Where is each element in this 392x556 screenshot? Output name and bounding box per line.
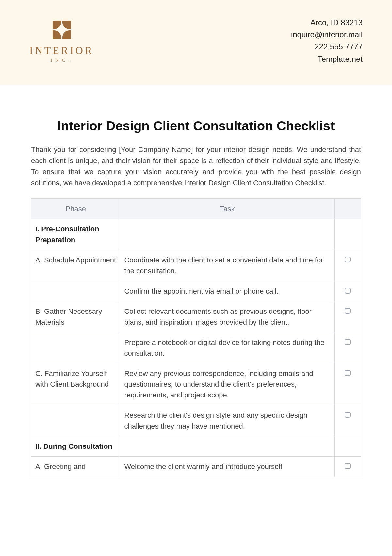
letterhead-header: INTERIOR INC. Arco, ID 83213 inquire@int… (0, 0, 392, 85)
table-row: I. Pre-Consultation Preparation (31, 219, 361, 250)
task-cell: Research the client's design style and a… (120, 405, 335, 436)
check-cell (335, 301, 361, 332)
logo-name: INTERIOR (29, 44, 94, 57)
check-cell (335, 332, 361, 363)
task-cell: Collect relevant documents such as previ… (120, 301, 335, 332)
check-cell (335, 363, 361, 405)
checklist-table: Phase Task I. Pre-Consultation Preparati… (31, 198, 361, 477)
table-row: Confirm the appointment via email or pho… (31, 281, 361, 301)
phase-cell: C. Familiarize Yourself with Client Back… (31, 363, 120, 405)
checkbox[interactable] (345, 412, 351, 418)
task-cell (120, 436, 335, 457)
phase-cell (31, 405, 120, 436)
table-row: A. Greeting andWelcome the client warmly… (31, 457, 361, 477)
checkbox[interactable] (345, 308, 351, 314)
phase-cell: A. Schedule Appointment (31, 250, 120, 281)
checkbox[interactable] (345, 288, 351, 294)
task-cell (120, 219, 335, 250)
phase-cell: II. During Consultation (31, 436, 120, 457)
logo-sub: INC. (51, 58, 73, 63)
check-cell (335, 281, 361, 301)
phase-cell (31, 281, 120, 301)
logo-icon (50, 18, 73, 41)
task-cell: Welcome the client warmly and introduce … (120, 457, 335, 477)
table-row: II. During Consultation (31, 436, 361, 457)
check-cell (335, 219, 361, 250)
task-cell: Review any previous correspondence, incl… (120, 363, 335, 405)
table-row: B. Gather Necessary MaterialsCollect rel… (31, 301, 361, 332)
check-cell (335, 436, 361, 457)
contact-phone: 222 555 7777 (291, 41, 363, 53)
check-cell (335, 250, 361, 281)
table-row: Prepare a notebook or digital device for… (31, 332, 361, 363)
intro-paragraph: Thank you for considering [Your Company … (31, 144, 361, 189)
table-row: A. Schedule AppointmentCoordinate with t… (31, 250, 361, 281)
checkbox[interactable] (345, 339, 351, 345)
document-body: Interior Design Client Consultation Chec… (0, 85, 392, 477)
phase-cell: A. Greeting and (31, 457, 120, 477)
task-cell: Confirm the appointment via email or pho… (120, 281, 335, 301)
phase-cell: I. Pre-Consultation Preparation (31, 219, 120, 250)
task-cell: Coordinate with the client to set a conv… (120, 250, 335, 281)
col-header-check (335, 199, 361, 219)
task-cell: Prepare a notebook or digital device for… (120, 332, 335, 363)
checkbox[interactable] (345, 370, 351, 376)
col-header-task: Task (120, 199, 335, 219)
table-row: C. Familiarize Yourself with Client Back… (31, 363, 361, 405)
table-row: Research the client's design style and a… (31, 405, 361, 436)
checkbox[interactable] (345, 463, 351, 469)
col-header-phase: Phase (31, 199, 120, 219)
logo: INTERIOR INC. (29, 18, 94, 63)
page-title: Interior Design Client Consultation Chec… (31, 117, 361, 134)
phase-cell (31, 332, 120, 363)
contact-address: Arco, ID 83213 (291, 16, 363, 28)
phase-cell: B. Gather Necessary Materials (31, 301, 120, 332)
checkbox[interactable] (345, 257, 351, 262)
contact-site: Template.net (291, 53, 363, 65)
contact-email: inquire@interior.mail (291, 28, 363, 41)
contact-info: Arco, ID 83213 inquire@interior.mail 222… (291, 16, 363, 65)
check-cell (335, 457, 361, 477)
check-cell (335, 405, 361, 436)
